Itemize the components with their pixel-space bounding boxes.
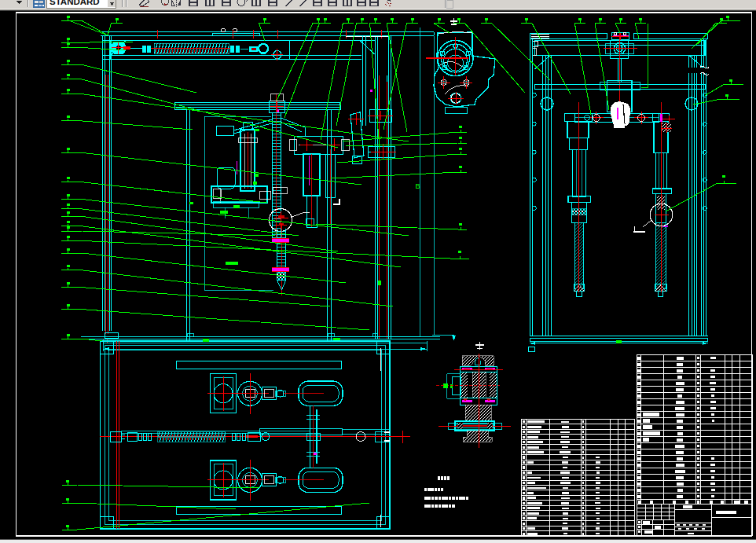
svg-text:STANDARD: STANDARD — [50, 0, 100, 6]
svg-text:B: B — [416, 182, 420, 190]
